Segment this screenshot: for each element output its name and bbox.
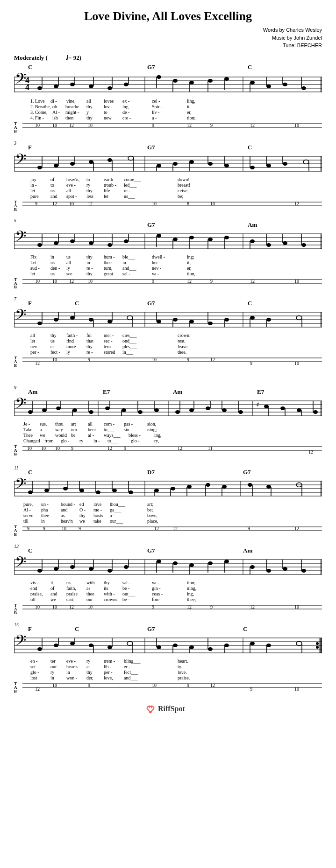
svg-text:our: our bbox=[50, 664, 57, 669]
svg-text:3: 3 bbox=[14, 140, 16, 146]
svg-text:sion,: sion, bbox=[147, 421, 156, 427]
svg-text:re -: re - bbox=[86, 266, 93, 271]
svg-text:we: we bbox=[79, 518, 85, 524]
svg-text:mer -: mer - bbox=[104, 333, 114, 338]
svg-text:12: 12 bbox=[250, 604, 255, 609]
svg-text:12: 12 bbox=[250, 279, 255, 284]
svg-text:vis -: vis - bbox=[30, 580, 39, 585]
svg-text:15: 15 bbox=[14, 622, 19, 627]
svg-text:art: art bbox=[71, 421, 76, 427]
svg-text:pure: pure bbox=[30, 194, 39, 199]
svg-text:thy: thy bbox=[86, 254, 93, 259]
svg-text:di -: di - bbox=[50, 98, 57, 104]
svg-text:12: 12 bbox=[52, 201, 57, 206]
svg-text:ning;: ning; bbox=[147, 427, 157, 432]
svg-text:praise.: praise. bbox=[178, 675, 190, 680]
svg-text:leave.: leave. bbox=[178, 344, 189, 349]
svg-text:der,: der, bbox=[86, 675, 93, 680]
svg-point-381 bbox=[138, 410, 143, 414]
svg-text:C: C bbox=[248, 63, 252, 70]
svg-point-641 bbox=[316, 642, 319, 645]
svg-text:loves: loves bbox=[104, 98, 114, 104]
svg-point-213 bbox=[250, 239, 255, 243]
svg-text:ly: ly bbox=[66, 350, 70, 355]
svg-point-402 bbox=[313, 410, 318, 414]
svg-point-217 bbox=[283, 241, 287, 245]
svg-point-367 bbox=[28, 410, 33, 414]
svg-point-209 bbox=[208, 238, 213, 241]
svg-point-470 bbox=[79, 489, 84, 492]
svg-text:C: C bbox=[243, 625, 247, 632]
svg-text:10: 10 bbox=[152, 357, 157, 362]
svg-point-296 bbox=[173, 318, 178, 322]
svg-point-201 bbox=[124, 239, 129, 243]
svg-text:12: 12 bbox=[69, 279, 74, 284]
svg-text:10: 10 bbox=[62, 526, 66, 531]
svg-text:9: 9 bbox=[210, 123, 213, 128]
svg-text:to: to bbox=[50, 182, 54, 188]
svg-text:vine,: vine, bbox=[66, 98, 76, 104]
svg-point-17 bbox=[37, 86, 42, 90]
svg-point-476 bbox=[129, 490, 133, 494]
svg-text:cel -: cel - bbox=[152, 98, 160, 104]
svg-text:less: less bbox=[86, 194, 93, 199]
svg-text:be: be bbox=[71, 433, 76, 438]
music-credit: Music by John Zundel bbox=[14, 34, 322, 42]
svg-text:serve: serve bbox=[23, 513, 34, 518]
svg-point-559 bbox=[124, 565, 129, 569]
svg-text:lov -: lov - bbox=[104, 104, 113, 109]
svg-text:10: 10 bbox=[35, 279, 40, 284]
svg-text:praise,: praise, bbox=[30, 591, 43, 596]
svg-text:de -: de - bbox=[122, 110, 129, 115]
svg-point-199 bbox=[107, 243, 112, 247]
svg-text:G7: G7 bbox=[147, 63, 155, 70]
svg-point-193 bbox=[54, 241, 58, 245]
svg-text:nev -: nev - bbox=[152, 266, 161, 271]
svg-text:bent: bent bbox=[88, 427, 96, 432]
svg-point-125 bbox=[208, 162, 213, 166]
svg-text:fore: fore bbox=[152, 597, 160, 602]
svg-text:9: 9 bbox=[248, 526, 250, 531]
svg-text:en -: en - bbox=[30, 658, 37, 664]
svg-text:C: C bbox=[75, 300, 79, 307]
svg-text:ble___: ble___ bbox=[122, 254, 136, 259]
svg-text:praise: praise bbox=[66, 591, 78, 596]
tune-credit: Tune: BEECHER bbox=[14, 42, 322, 49]
svg-point-19 bbox=[54, 84, 58, 88]
svg-point-391 bbox=[222, 408, 227, 412]
svg-text:10: 10 bbox=[294, 604, 299, 609]
svg-text:Am: Am bbox=[173, 388, 182, 395]
svg-text:thy: thy bbox=[86, 188, 93, 193]
svg-text:B: B bbox=[14, 363, 17, 368]
svg-point-474 bbox=[112, 489, 117, 492]
svg-text:per -: per - bbox=[30, 350, 39, 355]
svg-text:5: 5 bbox=[14, 218, 16, 223]
svg-point-647 bbox=[70, 642, 75, 645]
svg-text:10: 10 bbox=[152, 683, 157, 688]
attribution: Words by Charles Wesley Music by John Zu… bbox=[14, 26, 322, 49]
svg-text:to___: to___ bbox=[104, 427, 115, 432]
svg-text:a -: a - bbox=[40, 427, 44, 432]
svg-point-135 bbox=[303, 160, 309, 164]
svg-text:10: 10 bbox=[35, 604, 40, 609]
svg-point-385 bbox=[175, 410, 180, 414]
svg-text:earth: earth bbox=[104, 177, 113, 182]
svg-point-109 bbox=[54, 164, 58, 168]
svg-text:us: us bbox=[50, 271, 55, 276]
svg-text:thy: thy bbox=[104, 580, 110, 585]
svg-text:9: 9 bbox=[35, 201, 37, 206]
svg-text:thee,: thee, bbox=[187, 597, 196, 602]
svg-point-25 bbox=[107, 86, 112, 90]
svg-text:with: with bbox=[86, 580, 95, 585]
svg-text:10: 10 bbox=[294, 279, 299, 284]
svg-point-195 bbox=[70, 239, 75, 243]
svg-text:her -: her - bbox=[152, 260, 161, 265]
svg-text:let: let bbox=[30, 271, 35, 276]
svg-point-490 bbox=[266, 485, 271, 489]
svg-text:Moderately (: Moderately ( bbox=[14, 54, 48, 61]
svg-text:lost: lost bbox=[30, 675, 37, 680]
svg-text:bound -: bound - bbox=[61, 502, 75, 507]
svg-text:sal -: sal - bbox=[122, 271, 130, 276]
svg-text:be;: be; bbox=[147, 507, 153, 512]
svg-text:C: C bbox=[248, 144, 252, 151]
